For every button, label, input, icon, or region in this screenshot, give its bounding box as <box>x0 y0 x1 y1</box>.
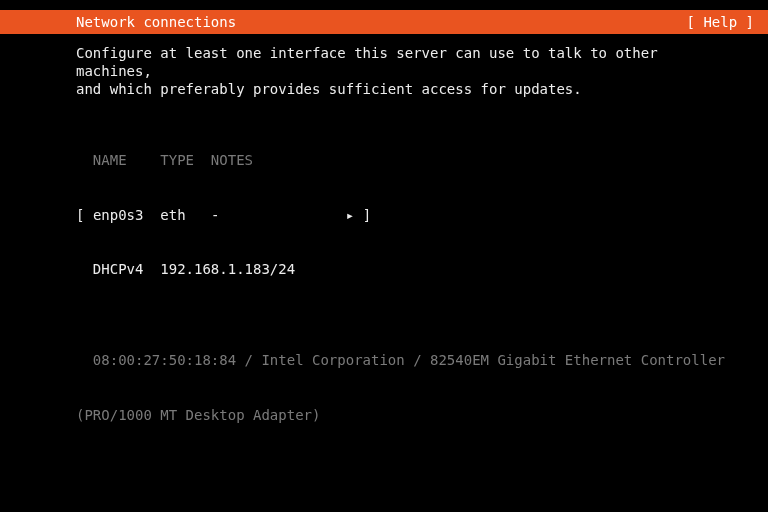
hw-line-1: 08:00:27:50:18:84 / Intel Corporation / … <box>76 351 692 369</box>
table-header: NAME TYPE NOTES <box>76 151 692 169</box>
hardware-info: 08:00:27:50:18:84 / Intel Corporation / … <box>76 315 692 461</box>
iface-notes: - <box>211 207 219 223</box>
dhcp-info: DHCPv4 192.168.1.183/24 <box>76 260 692 278</box>
open-bracket: [ <box>76 207 84 223</box>
close-bracket: ] <box>363 207 371 223</box>
interface-row-enp0s3[interactable]: [ enp0s3 eth - ▸ ] <box>76 206 692 224</box>
chevron-right-icon: ▸ <box>346 207 354 223</box>
interface-table: NAME TYPE NOTES [ enp0s3 eth - ▸ ] DHCPv… <box>76 115 692 512</box>
iface-name: enp0s3 <box>93 207 144 223</box>
description-line-1: Configure at least one interface this se… <box>76 44 692 80</box>
help-button[interactable]: [ Help ] <box>687 13 754 31</box>
header-bar: Network connections [ Help ] <box>0 10 768 34</box>
main-content: Configure at least one interface this se… <box>0 34 768 512</box>
description-line-2: and which preferably provides sufficient… <box>76 80 692 98</box>
description-text: Configure at least one interface this se… <box>76 44 692 99</box>
hw-line-2: (PRO/1000 MT Desktop Adapter) <box>76 406 692 424</box>
page-title: Network connections <box>76 13 236 31</box>
iface-type: eth <box>160 207 185 223</box>
